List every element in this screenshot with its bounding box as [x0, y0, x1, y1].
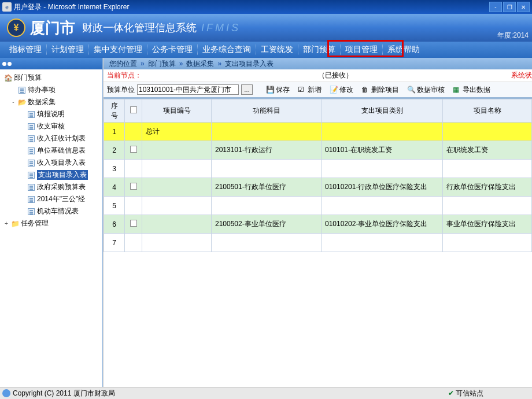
menu-item[interactable]: 指标管理: [5, 45, 46, 55]
cell-code: [142, 141, 212, 160]
window-titlebar: e 用户登录 - Microsoft Internet Explorer - ❐…: [0, 0, 532, 14]
cell-code: 总计: [142, 123, 212, 141]
cell-no: 5: [104, 197, 125, 215]
row-checkbox[interactable]: [130, 183, 137, 190]
audit-button[interactable]: 🔍数据审核: [404, 85, 448, 95]
year-label: 年度:2014: [497, 31, 529, 40]
cell-no: 1: [104, 123, 125, 141]
chevron-icon: »: [179, 60, 183, 68]
tree-root[interactable]: 🏠 部门预算: [1, 72, 101, 84]
table-header: [125, 99, 142, 123]
page-icon: [27, 171, 36, 179]
menu-item[interactable]: 工资统发: [256, 45, 298, 55]
table-row[interactable]: 7: [104, 234, 532, 252]
cell-cat: 01010201-行政单位医疗保险支出: [322, 178, 443, 197]
menu-item[interactable]: 公务卡管理: [147, 45, 197, 55]
breadcrumb-item[interactable]: 数据采集: [186, 59, 214, 69]
maximize-button[interactable]: ❐: [503, 2, 516, 12]
table-header: 项目编号: [142, 99, 212, 123]
table-container: 序号项目编号功能科目支出项目类别项目名称 1总计22013101-行政运行010…: [104, 98, 532, 399]
tree-item-label: 政府采购预算表: [37, 182, 86, 192]
cell-name: [443, 160, 532, 178]
menu-item[interactable]: 系统帮助: [382, 45, 424, 55]
tree-item[interactable]: 机动车情况表: [1, 205, 101, 217]
close-button[interactable]: ✕: [517, 2, 530, 12]
cell-cat: [322, 160, 443, 178]
save-button[interactable]: 💾保存: [263, 85, 293, 95]
row-checkbox[interactable]: [130, 220, 137, 227]
tree-item[interactable]: +📁任务管理: [1, 217, 101, 230]
tree-item[interactable]: 政府采购预算表: [1, 181, 101, 193]
cell-name: 事业单位医疗保险支出: [443, 215, 532, 234]
table-row[interactable]: 42100501-行政单位医疗01010201-行政单位医疗保险支出行政单位医疗…: [104, 178, 532, 197]
table-row[interactable]: 3: [104, 160, 532, 178]
excel-icon: ▦: [453, 86, 461, 94]
system-status: 系统状: [511, 71, 532, 80]
cell-chk: [125, 234, 142, 252]
tree-item[interactable]: 收入征收计划表: [1, 132, 101, 145]
status-line: 当前节点： （已接收） 系统状: [104, 69, 532, 82]
edit-icon: 📝: [330, 86, 338, 94]
table-row[interactable]: 1总计: [104, 123, 532, 141]
breadcrumb-item[interactable]: 支出项目录入表: [225, 59, 274, 69]
table-row[interactable]: 22013101-行政运行010101-在职统发工资在职统发工资: [104, 141, 532, 160]
check-icon: ✔: [448, 389, 454, 397]
menu-item[interactable]: 集中支付管理: [88, 45, 147, 55]
trust-indicator: ✔ 可信站点: [448, 389, 483, 398]
menu-item[interactable]: 计划管理: [46, 45, 88, 55]
main-panel: 您的位置 » 部门预算 » 数据采集 » 支出项目录入表 当前节点： （已接收）…: [103, 58, 532, 399]
tree-item[interactable]: -📂数据采集: [1, 96, 101, 108]
page-icon: [27, 208, 36, 216]
tree-item-label: 机动车情况表: [37, 206, 79, 216]
cell-code: [142, 215, 212, 234]
delete-icon: 🗑: [361, 86, 370, 94]
cell-chk: [125, 160, 142, 178]
page-icon: [27, 123, 36, 131]
select-all-checkbox[interactable]: [130, 106, 137, 113]
export-button[interactable]: ▦导出数据: [450, 85, 493, 95]
tree-item[interactable]: 2014年"三公"经: [1, 193, 101, 205]
tree-item[interactable]: 填报说明: [1, 108, 101, 120]
tree-item[interactable]: 单位基础信息表: [1, 145, 101, 157]
tree-item-label: 待办事项: [28, 85, 56, 95]
menu-item[interactable]: 业务综合查询: [197, 45, 256, 55]
add-icon: ☑: [298, 86, 306, 94]
cell-func: [212, 197, 322, 215]
add-button[interactable]: ☑新增: [295, 85, 324, 95]
system-name-en: IFMIS: [201, 22, 241, 34]
delete-button[interactable]: 🗑删除项目: [359, 85, 402, 95]
breadcrumb-item[interactable]: 部门预算: [148, 59, 176, 69]
cell-code: [142, 178, 212, 197]
folder-open-icon: 📂: [17, 98, 27, 106]
tree-item-label: 数据采集: [28, 97, 56, 107]
breadcrumb: 您的位置 » 部门预算 » 数据采集 » 支出项目录入表: [104, 58, 532, 69]
menu-item-project[interactable]: 项目管理: [340, 45, 382, 55]
cell-chk: [125, 178, 142, 197]
table-row[interactable]: 5: [104, 197, 532, 215]
tree-item[interactable]: 收支审核: [1, 120, 101, 132]
row-checkbox[interactable]: [130, 146, 137, 153]
cell-func: 2013101-行政运行: [212, 141, 322, 160]
page-icon: [27, 135, 36, 143]
menu-item-budget[interactable]: 部门预算: [298, 45, 340, 55]
cell-no: 7: [104, 234, 125, 252]
app-header: ¥ 厦门市 财政一体化管理信息系统 IFMIS 年度:2014: [0, 14, 532, 42]
tree-item[interactable]: 收入项目录入表: [1, 157, 101, 169]
edit-button[interactable]: 📝修改: [327, 85, 356, 95]
page-icon: [27, 147, 36, 155]
budget-unit-input[interactable]: [137, 84, 239, 95]
table-header: 项目名称: [443, 99, 532, 123]
browse-button[interactable]: …: [241, 84, 253, 95]
tree-item[interactable]: 支出项目录入表: [1, 169, 101, 181]
tree-item[interactable]: 待办事项: [1, 84, 101, 96]
page-icon: [27, 195, 36, 204]
tree-item-label: 收支审核: [37, 121, 65, 131]
system-name: 财政一体化管理信息系统: [82, 21, 197, 35]
data-table: 序号项目编号功能科目支出项目类别项目名称 1总计22013101-行政运行010…: [104, 99, 532, 252]
cell-name: 在职统发工资: [443, 141, 532, 160]
minimize-button[interactable]: -: [489, 2, 502, 12]
table-row[interactable]: 62100502-事业单位医疗01010202-事业单位医疗保险支出事业单位医疗…: [104, 215, 532, 234]
tree-item-label: 收入征收计划表: [37, 134, 86, 143]
cell-chk: [125, 123, 142, 141]
window-title: 用户登录 - Microsoft Internet Explorer: [14, 2, 489, 12]
